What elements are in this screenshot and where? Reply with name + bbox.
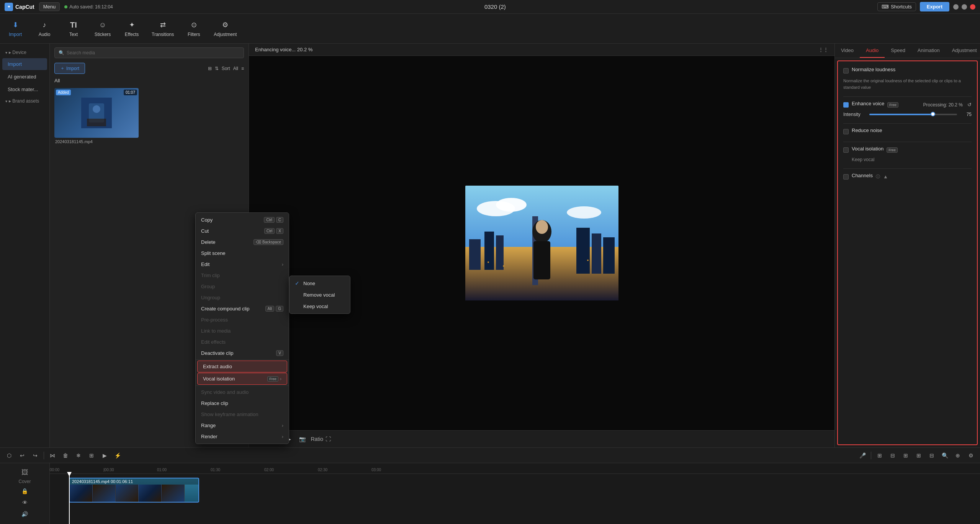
- zoom-in-button[interactable]: ⊕: [953, 451, 962, 460]
- vocal-isolation-submenu: ✓ None ✓ Remove vocal ✓ Keep vocal: [289, 276, 350, 314]
- media-added-badge: Added: [56, 90, 71, 95]
- tab-animation[interactable]: Animation: [911, 44, 946, 58]
- ctx-render[interactable]: Render ›: [196, 431, 289, 442]
- import-media-button[interactable]: ＋ Import: [54, 63, 85, 74]
- ctx-link-media: Link to media: [196, 325, 289, 336]
- ratio-button[interactable]: Ratio: [311, 434, 320, 444]
- play-btn2[interactable]: ▶: [100, 451, 109, 460]
- ctx-create-compound[interactable]: Create compound clip Alt G: [196, 303, 289, 314]
- close-button[interactable]: [970, 4, 975, 10]
- menu-button[interactable]: Menu: [39, 2, 60, 11]
- channels-checkbox[interactable]: [843, 174, 849, 180]
- tool-adjustment[interactable]: ⚙ Adjustment: [214, 20, 237, 37]
- ctx-divider-2: [196, 385, 289, 386]
- filter-icon[interactable]: ≡: [241, 66, 244, 71]
- media-item[interactable]: Added 01:07 202403181145.mp4: [54, 88, 148, 145]
- submenu-remove-vocal[interactable]: ✓ Remove vocal: [290, 289, 350, 300]
- undo-button[interactable]: ↩: [18, 451, 27, 460]
- lock-button[interactable]: 🔒: [20, 486, 29, 496]
- timeline-area: 🖼 Cover 🔒 👁 🔊 00:00 |00:30 01:00 01:30 0…: [0, 463, 980, 524]
- timeline-ctrl-1[interactable]: ⊞: [875, 451, 884, 460]
- tab-adjustment[interactable]: Adjustment: [946, 44, 980, 58]
- tab-speed[interactable]: Speed: [885, 44, 911, 58]
- logo-icon: ✦: [5, 3, 13, 11]
- ctx-range-label: Range: [201, 423, 216, 428]
- ctx-cut[interactable]: Cut Ctrl X: [196, 225, 289, 237]
- ctx-split-scene[interactable]: Split scene: [196, 248, 289, 259]
- menu-icon[interactable]: ⋮⋮: [818, 47, 828, 52]
- ctx-vocal-badge: Free: [267, 376, 278, 382]
- audio-button[interactable]: 🔊: [20, 509, 29, 519]
- visibility-button[interactable]: 👁: [20, 498, 29, 507]
- tool-import[interactable]: ⬇ Import: [6, 20, 25, 37]
- timeline-ctrl-2[interactable]: ⊟: [888, 451, 897, 460]
- redo-button[interactable]: ↪: [31, 451, 40, 460]
- brand-arrow-icon: ▾: [5, 99, 7, 103]
- tool-effects[interactable]: ✦ Effects: [123, 20, 141, 37]
- speed-btn[interactable]: ⚡: [113, 451, 122, 460]
- ctx-extract-audio[interactable]: Extract audio: [197, 361, 287, 372]
- enhancing-status: Enhancing voice... 20.2 %: [255, 47, 312, 52]
- ctx-sync-video: Sync video and audio: [196, 387, 289, 398]
- enhance-checkbox[interactable]: [843, 102, 849, 108]
- tool-audio[interactable]: ♪ Audio: [35, 20, 54, 37]
- sidebar-item-import[interactable]: Import: [2, 58, 47, 70]
- select-tool-button[interactable]: ⬡: [5, 451, 14, 460]
- clip-label: 202403181145.mp4 00:01:06:11: [70, 478, 198, 485]
- ctx-trim-label: Trim clip: [201, 273, 220, 278]
- export-button[interactable]: Export: [920, 2, 949, 11]
- ctx-cut-label: Cut: [201, 228, 209, 234]
- ctx-edit[interactable]: Edit ›: [196, 259, 289, 270]
- fullscreen-button[interactable]: ⛶: [324, 434, 333, 444]
- mic-button[interactable]: 🎤: [858, 451, 867, 460]
- toolbar: ⬇ Import ♪ Audio TI Text ☺ Stickers ✦ Ef…: [0, 14, 980, 44]
- ctx-range[interactable]: Range ›: [196, 420, 289, 431]
- ctx-divider-1: [196, 359, 289, 360]
- submenu-remove-label: Remove vocal: [303, 292, 335, 298]
- split-button[interactable]: ⋈: [48, 451, 57, 460]
- channels-expand-icon[interactable]: ▲: [883, 174, 888, 180]
- snapshot-button[interactable]: 📷: [298, 434, 307, 444]
- video-content-svg: [465, 186, 618, 300]
- app-logo: ✦ CapCut: [5, 3, 34, 11]
- submenu-keep-vocal[interactable]: ✓ Keep vocal: [290, 300, 350, 312]
- sidebar-item-ai[interactable]: AI generated: [2, 71, 47, 83]
- settings-button[interactable]: ⚙: [966, 451, 975, 460]
- tab-audio[interactable]: Audio: [860, 44, 885, 58]
- normalize-checkbox[interactable]: [843, 68, 849, 73]
- ctx-deactivate[interactable]: Deactivate clip V: [196, 348, 289, 359]
- ctx-delete[interactable]: Delete ⌫ Backspace: [196, 237, 289, 248]
- ctx-copy[interactable]: Copy Ctrl C: [196, 214, 289, 225]
- grid-view-icon[interactable]: ⊞: [208, 66, 212, 71]
- normalize-row: Normalize loudness: [843, 67, 972, 75]
- vocal-isolation-checkbox[interactable]: [843, 147, 849, 153]
- zoom-out-button[interactable]: 🔍: [940, 451, 949, 460]
- refresh-icon[interactable]: ↺: [967, 102, 972, 108]
- crop-button[interactable]: ⊞: [87, 451, 96, 460]
- minimize-button[interactable]: [953, 4, 959, 10]
- tool-stickers[interactable]: ☺ Stickers: [93, 20, 112, 37]
- shortcuts-button[interactable]: ⌨ Shortcuts: [877, 2, 916, 11]
- freeze-button[interactable]: ❄: [74, 451, 83, 460]
- tab-video[interactable]: Video: [835, 44, 860, 58]
- sort-icon[interactable]: ⇅: [215, 66, 219, 71]
- enhance-label: Enhance voice: [852, 101, 884, 106]
- reduce-noise-checkbox[interactable]: [843, 129, 849, 134]
- timeline-ctrl-3[interactable]: ⊞: [901, 451, 910, 460]
- delete-button[interactable]: 🗑: [61, 451, 70, 460]
- timeline-ctrl-5[interactable]: ⊟: [927, 451, 936, 460]
- video-clip[interactable]: 202403181145.mp4 00:01:06:11: [69, 478, 199, 503]
- tool-filters[interactable]: ⊙ Filters: [185, 20, 203, 37]
- video-track: 202403181145.mp4 00:01:06:11: [50, 474, 980, 524]
- ctx-deactivate-shortcut: V: [276, 350, 283, 356]
- ctx-vocal-isolation[interactable]: Vocal isolation Free ›: [197, 373, 287, 385]
- tool-transitions[interactable]: ⇄ Transitions: [152, 20, 174, 37]
- sidebar-item-stock[interactable]: Stock mater...: [2, 83, 47, 95]
- submenu-none[interactable]: ✓ None: [290, 278, 350, 289]
- tool-text[interactable]: TI Text: [64, 20, 83, 37]
- ctx-replace-clip[interactable]: Replace clip: [196, 398, 289, 409]
- intensity-slider[interactable]: [869, 114, 957, 115]
- media-thumbnail[interactable]: Added 01:07: [54, 88, 139, 138]
- maximize-button[interactable]: [962, 4, 967, 10]
- timeline-ctrl-4[interactable]: ⊞: [914, 451, 923, 460]
